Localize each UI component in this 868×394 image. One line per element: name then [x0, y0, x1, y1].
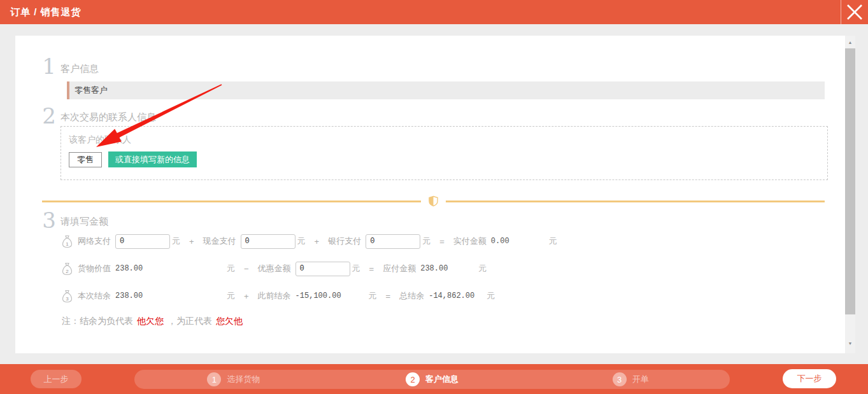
unit-label: 元 — [369, 290, 377, 302]
svg-text:3: 3 — [66, 296, 69, 302]
total-balance-value: -14,862.00 — [429, 292, 485, 300]
prev-step-button[interactable]: 上一步 — [31, 370, 82, 388]
wizard-panel: 1 客户信息 零售客户 2 本次交易的联系人信息 该客户的联系人 零售 或直接填… — [15, 36, 845, 353]
bank-pay-input[interactable] — [366, 234, 420, 249]
equals-operator: = — [386, 292, 391, 301]
step1-circle: 1 — [207, 372, 221, 386]
window-titlebar: 订单 / 销售退货 — [0, 0, 868, 24]
unit-label: 元 — [422, 236, 430, 247]
unit-label: 元 — [227, 263, 235, 274]
step3-circle: 3 — [613, 372, 627, 386]
online-pay-input[interactable] — [115, 234, 170, 249]
equals-operator: = — [369, 264, 374, 274]
moneybag-3-icon: 3 — [62, 290, 73, 303]
section1-number: 1 — [39, 55, 59, 78]
section1-title: 客户信息 — [60, 63, 99, 75]
step-select-goods[interactable]: 1 选择货物 — [134, 372, 333, 386]
current-balance-value: 238.00 — [115, 292, 225, 300]
close-icon — [846, 3, 864, 21]
actual-paid-value: 0.00 — [491, 237, 547, 246]
payment-row: 1 网络支付 元 + 现金支付 元 + 银行支付 元 = 实付金额 0.00 元 — [62, 233, 557, 250]
unit-label: 元 — [478, 263, 487, 274]
step-indicator-bar: 1 选择货物 2 客户信息 3 开单 — [134, 370, 730, 389]
moneybag-1-icon: 1 — [62, 235, 73, 248]
payable-value: 238.00 — [420, 264, 476, 273]
svg-text:2: 2 — [66, 269, 69, 274]
discount-input[interactable] — [295, 262, 350, 276]
bank-pay-label: 银行支付 — [328, 236, 361, 247]
wizard-footer: 上一步 1 选择货物 2 客户信息 3 开单 下一步 — [0, 364, 868, 394]
shield-icon — [429, 195, 438, 207]
customer-field[interactable]: 零售客户 — [67, 81, 825, 99]
payable-label: 应付金额 — [383, 263, 416, 274]
section3-number: 3 — [39, 209, 59, 232]
contact-selection-box: 该客户的联系人 零售 或直接填写新的信息 — [60, 126, 828, 180]
customer-value: 零售客户 — [75, 85, 108, 96]
section-divider — [42, 195, 825, 207]
previous-balance-value: -15,100.00 — [295, 292, 367, 300]
unit-label: 元 — [297, 236, 306, 247]
step3-label: 开单 — [632, 374, 649, 385]
step2-circle: 2 — [406, 372, 420, 386]
note-you-owe-him: 您欠他 — [216, 316, 243, 326]
section3-title: 请填写金额 — [60, 216, 108, 228]
current-balance-label: 本次结余 — [78, 290, 111, 302]
note-middle: ，为正代表 — [167, 316, 212, 326]
plus-operator: + — [315, 237, 320, 246]
scroll-down-icon[interactable]: ▼ — [845, 338, 855, 348]
goods-value: 238.00 — [115, 264, 225, 273]
note-prefix: 注：结余为负代表 — [62, 316, 133, 326]
total-balance-label: 总结余 — [399, 290, 424, 302]
online-pay-label: 网络支付 — [78, 236, 111, 247]
step2-label: 客户信息 — [425, 374, 459, 385]
moneybag-2-icon: 2 — [62, 262, 73, 276]
svg-text:1: 1 — [66, 241, 69, 247]
section2-number: 2 — [39, 104, 59, 127]
section2-title: 本次交易的联系人信息 — [60, 111, 156, 123]
scroll-up-icon[interactable]: ▲ — [845, 37, 855, 47]
minus-operator: − — [244, 264, 249, 274]
contact-hint: 该客户的联系人 — [69, 134, 827, 146]
discount-label: 优惠金额 — [258, 263, 291, 274]
cash-pay-input[interactable] — [241, 234, 295, 249]
step1-label: 选择货物 — [227, 374, 260, 385]
previous-balance-label: 此前结余 — [258, 290, 291, 302]
next-step-button[interactable]: 下一步 — [783, 369, 836, 388]
goods-value-row: 2 货物价值 238.00 元 − 优惠金额 元 = 应付金额 238.00 元 — [62, 260, 487, 277]
balance-note: 注：结余为负代表他欠您，为正代表您欠他 — [62, 316, 246, 327]
note-he-owes-you: 他欠您 — [137, 316, 164, 326]
close-button[interactable] — [841, 0, 868, 24]
unit-label: 元 — [487, 290, 495, 302]
unit-label: 元 — [352, 263, 360, 274]
contact-name-button[interactable]: 零售 — [69, 152, 102, 167]
new-contact-button[interactable]: 或直接填写新的信息 — [108, 151, 197, 167]
unit-label: 元 — [227, 290, 235, 302]
cash-pay-label: 现金支付 — [203, 236, 236, 247]
scrollbar-thumb[interactable] — [845, 48, 855, 314]
equals-operator: = — [439, 237, 445, 246]
plus-operator: + — [189, 237, 194, 246]
vertical-scrollbar[interactable]: ▲ ▼ — [845, 36, 855, 353]
step-customer-info[interactable]: 2 客户信息 — [333, 372, 532, 386]
breadcrumb: 订单 / 销售退货 — [10, 6, 82, 18]
step-billing[interactable]: 3 开单 — [531, 372, 730, 386]
goods-value-label: 货物价值 — [78, 263, 111, 274]
unit-label: 元 — [172, 236, 180, 247]
balance-row: 3 本次结余 238.00 元 + 此前结余 -15,100.00 元 = 总结… — [62, 288, 495, 304]
unit-label: 元 — [549, 236, 557, 247]
actual-paid-label: 实付金额 — [453, 236, 487, 247]
plus-operator: + — [244, 292, 249, 301]
